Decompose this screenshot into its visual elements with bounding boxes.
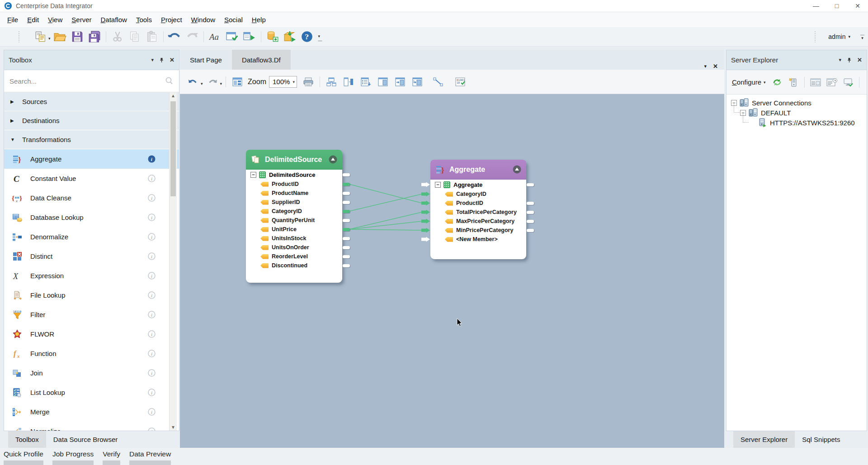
- info-icon[interactable]: i: [148, 252, 156, 260]
- toolbox-item-distinct[interactable]: Distincti: [4, 247, 179, 266]
- toolbox-pin-icon[interactable]: [159, 57, 164, 63]
- menu-view[interactable]: View: [43, 16, 67, 24]
- tab-close-icon[interactable]: ✕: [713, 63, 718, 70]
- status-item-verify[interactable]: Verify: [103, 448, 120, 465]
- status-item-quick-profile[interactable]: Quick Profile: [4, 448, 43, 465]
- panel-insert-button[interactable]: [392, 74, 408, 90]
- output-port[interactable]: [343, 237, 350, 240]
- scroll-thumb[interactable]: [170, 101, 176, 196]
- node-field-new-member[interactable]: <New Member>: [430, 235, 526, 244]
- scroll-up-icon[interactable]: ▲: [170, 93, 177, 98]
- zoom-select[interactable]: 100%▾: [269, 76, 297, 88]
- toolbar-options-icon[interactable]: ―▾: [860, 33, 864, 40]
- user-menu[interactable]: admin ▾: [828, 33, 850, 40]
- toolbox-item-function[interactable]: fxFunctioni: [4, 344, 179, 363]
- node-field-unitsonorder[interactable]: UnitsOnOrder: [246, 243, 342, 252]
- info-icon[interactable]: i: [148, 233, 156, 241]
- maximize-button[interactable]: □: [826, 0, 847, 12]
- info-icon[interactable]: i: [148, 155, 156, 163]
- info-icon[interactable]: i: [148, 272, 156, 280]
- toolbox-item-expression[interactable]: XExpressioni: [4, 266, 179, 285]
- info-icon[interactable]: i: [148, 330, 156, 338]
- output-port[interactable]: [527, 229, 534, 232]
- document-tab-dataflow3-df[interactable]: Dataflow3.Df: [232, 50, 291, 70]
- info-icon[interactable]: i: [148, 389, 156, 396]
- info-icon[interactable]: i: [148, 311, 156, 318]
- node-field-productname[interactable]: ProductName: [246, 189, 342, 198]
- tree-node-https-astwks251-9260[interactable]: HTTPS://ASTWKS251:9260: [726, 118, 867, 127]
- node-root-row[interactable]: −Aggregate: [430, 180, 526, 190]
- node-header[interactable]: }Aggregate: [430, 160, 526, 180]
- node-field-unitprice[interactable]: UnitPrice: [246, 225, 342, 234]
- info-icon[interactable]: i: [148, 214, 156, 221]
- panel-right-button[interactable]: [375, 74, 391, 90]
- menu-file[interactable]: File: [3, 16, 23, 24]
- node-field-discontinued[interactable]: Discontinued: [246, 261, 342, 270]
- toolbox-item-list-lookup[interactable]: List Lookupi: [4, 383, 179, 402]
- add-server-button[interactable]: [787, 76, 800, 89]
- output-port[interactable]: [343, 255, 350, 258]
- help-button[interactable]: ?: [299, 29, 315, 44]
- server-monitor-button[interactable]: [841, 76, 855, 89]
- tabs-dropdown-icon[interactable]: ▾: [704, 63, 707, 69]
- output-port[interactable]: [527, 220, 534, 223]
- dataflow-canvas[interactable]: DelimitedSource−DelimitedSourceProductID…: [180, 94, 724, 448]
- toolbox-close-icon[interactable]: ✕: [170, 57, 175, 63]
- new-document-caret-icon[interactable]: ▾: [48, 36, 51, 41]
- menu-project[interactable]: Project: [156, 16, 187, 24]
- node-root-row[interactable]: −DelimitedSource: [246, 170, 342, 180]
- data-quality-button[interactable]: 0100110: [453, 74, 468, 90]
- search-input[interactable]: [9, 77, 165, 85]
- node-field-categoryid[interactable]: CategoryID: [430, 190, 526, 199]
- minimize-button[interactable]: —: [806, 0, 826, 12]
- server-tab-sql-snippets[interactable]: Sql Snippets: [795, 431, 847, 448]
- menu-edit[interactable]: Edit: [23, 16, 43, 24]
- info-icon[interactable]: i: [148, 291, 156, 299]
- toolbox-item-denormalize[interactable]: Denormalizei: [4, 227, 179, 247]
- undo-button[interactable]: [167, 29, 183, 44]
- toolbox-item-join[interactable]: Joini: [4, 363, 179, 383]
- output-port[interactable]: [527, 211, 534, 214]
- new-document-button[interactable]: [33, 29, 48, 44]
- info-icon[interactable]: i: [148, 369, 156, 377]
- collapse-tree-icon[interactable]: −: [435, 182, 441, 188]
- node-field-quantityperunit[interactable]: QuantityPerUnit: [246, 216, 342, 225]
- toolbar-overflow-icon[interactable]: ▾―: [318, 34, 322, 43]
- toolbox-dropdown-icon[interactable]: ▾: [151, 57, 154, 63]
- save-button[interactable]: [70, 29, 85, 44]
- open-folder-button[interactable]: [52, 29, 68, 44]
- layout-vertical-button[interactable]: [341, 74, 356, 90]
- server-properties-button[interactable]: [809, 76, 822, 89]
- close-button[interactable]: ✕: [847, 0, 868, 12]
- draw-link-button[interactable]: [430, 74, 446, 90]
- configure-button[interactable]: Configure▾: [732, 78, 766, 86]
- toolbox-item-filter[interactable]: 10110Filteri: [4, 305, 179, 324]
- output-port[interactable]: [343, 210, 350, 213]
- undo-caret-icon[interactable]: ▾: [201, 81, 203, 86]
- import-database-button[interactable]: [265, 29, 280, 44]
- node-field-reorderlevel[interactable]: ReorderLevel: [246, 252, 342, 261]
- node-aggregate[interactable]: }Aggregate−AggregateCategoryIDProductIDT…: [430, 160, 526, 259]
- info-icon[interactable]: i: [148, 408, 156, 416]
- validate-dataflow-button[interactable]: [225, 29, 240, 44]
- document-tab-start-page[interactable]: Start Page: [180, 50, 232, 70]
- info-icon[interactable]: i: [148, 427, 156, 431]
- layout-horizontal-button[interactable]: [324, 74, 339, 90]
- toolbox-item-constant-value[interactable]: CConstant Valuei: [4, 169, 179, 188]
- redo-button[interactable]: [205, 74, 220, 90]
- menu-window[interactable]: Window: [187, 16, 220, 24]
- node-field-maxpricepercategory[interactable]: MaxPricePerCategory: [430, 217, 526, 226]
- toolbox-item-merge[interactable]: Mergei: [4, 402, 179, 422]
- node-field-productid[interactable]: ProductID: [246, 180, 342, 189]
- node-header[interactable]: DelimitedSource: [246, 150, 342, 170]
- node-field-unitsinstock[interactable]: UnitsInStock: [246, 234, 342, 243]
- deploy-package-button[interactable]: [282, 29, 297, 44]
- node-field-totalpricepercategory[interactable]: TotalPricePerCategory: [430, 208, 526, 217]
- toolbox-category-transformations[interactable]: ▼Transformations: [4, 130, 179, 149]
- toolbox-item-aggregate[interactable]: }Aggregatei: [4, 149, 179, 169]
- toolbox-scrollbar[interactable]: ▲ ▼: [169, 92, 177, 431]
- scroll-down-icon[interactable]: ▼: [170, 425, 177, 430]
- server-explorer-pin-icon[interactable]: [847, 57, 852, 63]
- paste-button[interactable]: [144, 29, 160, 44]
- menu-tools[interactable]: Tools: [132, 16, 156, 24]
